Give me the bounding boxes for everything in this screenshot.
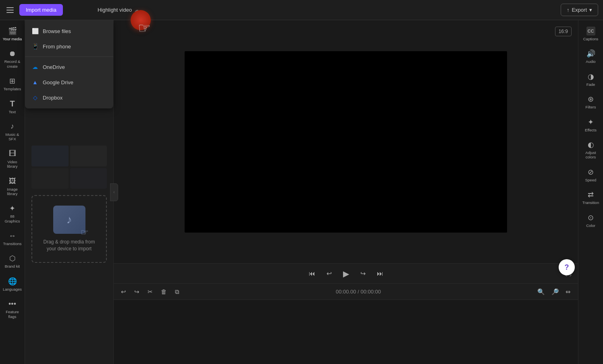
highlight-video-label: Highlight video bbox=[98, 7, 132, 13]
right-sidebar-label-fade: Fade bbox=[586, 82, 595, 87]
browse-files-item[interactable]: ⬜ Browse files bbox=[25, 23, 113, 39]
media-thumb-4 bbox=[70, 168, 107, 189]
drag-drop-area[interactable]: ♪ ☞ Drag & drop media from your device t… bbox=[31, 195, 107, 263]
import-media-button[interactable]: Import media bbox=[19, 4, 63, 16]
timeline-zoom-controls: 🔍 🔎 ⇔ bbox=[535, 287, 573, 297]
cut-button[interactable]: ✂ bbox=[145, 287, 155, 297]
media-thumb-1 bbox=[31, 146, 69, 166]
right-sidebar-label-color: Color bbox=[586, 223, 595, 228]
center-area: 16:9 ⏮ ↩ ▶ ↪ ⏭ ⛶ ↩ ↪ ✂ 🗑 ⧉ 00:00.00 / 00… bbox=[114, 20, 578, 364]
dropdown-divider bbox=[25, 56, 113, 57]
delete-button[interactable]: 🗑 bbox=[158, 287, 169, 297]
sidebar-label-languages: Languages bbox=[3, 287, 22, 291]
right-sidebar-label-filters: Filters bbox=[586, 105, 596, 109]
sidebar-label-graphics: 88 Graphics bbox=[3, 214, 22, 223]
right-sidebar-label-audio: Audio bbox=[586, 59, 595, 64]
export-button[interactable]: ↑ Export ▾ bbox=[561, 4, 598, 16]
media-panel: ⬜ Browse files 📱 From phone ☁ OneDrive ▲… bbox=[25, 20, 114, 364]
right-sidebar: CC Captions 🔊 Audio ◑ Fade ⊛ Filters ✦ E… bbox=[578, 20, 603, 364]
right-sidebar-item-effects[interactable]: ✦ Effects bbox=[580, 114, 602, 135]
right-sidebar-item-transition[interactable]: ⇄ Transition bbox=[580, 187, 602, 208]
right-sidebar-item-audio[interactable]: 🔊 Audio bbox=[580, 46, 602, 67]
fade-icon: ◑ bbox=[586, 72, 595, 81]
timeline-timecode: 00:00.00 / 00:00:00 bbox=[336, 289, 381, 295]
right-sidebar-item-color[interactable]: ⊙ Color bbox=[580, 210, 602, 231]
sidebar-item-templates[interactable]: ⊞ Templates bbox=[1, 73, 24, 94]
export-chevron-icon: ▾ bbox=[589, 7, 592, 13]
hand-cursor-icon: ☞ bbox=[81, 227, 89, 238]
sidebar-item-music-sfx[interactable]: ♪ Music & SFX bbox=[1, 119, 24, 145]
adjust-colors-icon: ◐ bbox=[586, 140, 595, 149]
right-sidebar-item-speed[interactable]: ⊘ Speed bbox=[580, 164, 602, 185]
skip-back-button[interactable]: ⏮ bbox=[306, 268, 318, 280]
dropbox-item[interactable]: ◇ Dropbox bbox=[25, 90, 113, 105]
duplicate-button[interactable]: ⧉ bbox=[173, 287, 182, 297]
browse-files-label: Browse files bbox=[43, 28, 71, 34]
effects-icon: ✦ bbox=[586, 118, 595, 127]
from-phone-item[interactable]: 📱 From phone bbox=[25, 39, 113, 54]
text-icon: T bbox=[8, 100, 17, 108]
timeline-toolbar: ↩ ↪ ✂ 🗑 ⧉ 00:00.00 / 00:00:00 🔍 🔎 ⇔ bbox=[114, 284, 578, 300]
onedrive-item[interactable]: ☁ OneDrive bbox=[25, 59, 113, 75]
topbar: Import media ☞ Highlight video ☁ ↑ Expor… bbox=[0, 0, 603, 20]
music-sfx-icon: ♪ bbox=[8, 122, 17, 131]
right-sidebar-label-transition: Transition bbox=[582, 200, 599, 205]
fit-timeline-button[interactable]: ⇔ bbox=[563, 287, 573, 297]
sidebar-item-brand-kit[interactable]: ⬡ Brand kit bbox=[1, 251, 24, 272]
sidebar-item-graphics[interactable]: ✦ 88 Graphics bbox=[1, 201, 24, 227]
menu-icon[interactable] bbox=[5, 4, 16, 16]
sidebar-label-feature-flags: Feature flags bbox=[3, 310, 22, 319]
sidebar-label-transitions: Transitions bbox=[3, 241, 21, 246]
sidebar-label-image-library: Image library bbox=[3, 187, 22, 196]
highlight-video-button[interactable]: Highlight video ☁ bbox=[94, 4, 143, 15]
right-sidebar-item-adjust-colors[interactable]: ◐ Adjust colors bbox=[580, 137, 602, 163]
filters-icon: ⊛ bbox=[586, 95, 595, 104]
sidebar-item-your-media[interactable]: 🎬 Your media bbox=[1, 23, 24, 44]
export-label: Export bbox=[572, 7, 587, 13]
play-button[interactable]: ▶ bbox=[341, 266, 351, 281]
skip-forward-button[interactable]: ⏭ bbox=[374, 268, 386, 280]
collapse-panel-button[interactable]: ‹ bbox=[110, 183, 118, 201]
dropbox-label: Dropbox bbox=[43, 95, 62, 101]
zoom-out-button[interactable]: 🔍 bbox=[535, 287, 547, 297]
record-create-icon: ⏺ bbox=[8, 49, 17, 58]
your-media-icon: 🎬 bbox=[8, 27, 17, 35]
undo-button[interactable]: ↩ bbox=[119, 287, 129, 297]
sidebar-item-feature-flags[interactable]: ••• Feature flags bbox=[1, 296, 24, 322]
sidebar-item-languages[interactable]: 🌐 Languages bbox=[1, 274, 24, 295]
sidebar-item-text[interactable]: T Text bbox=[1, 96, 24, 117]
transitions-icon: ↔ bbox=[8, 231, 17, 240]
preview-canvas bbox=[185, 51, 507, 233]
media-thumb-2 bbox=[70, 146, 107, 166]
graphics-icon: ✦ bbox=[8, 204, 17, 213]
sidebar-item-image-library[interactable]: 🖼 Image library bbox=[1, 174, 24, 200]
zoom-in-button[interactable]: 🔎 bbox=[549, 287, 561, 297]
aspect-ratio-badge[interactable]: 16:9 bbox=[555, 27, 572, 36]
onedrive-icon: ☁ bbox=[31, 63, 39, 71]
forward-button[interactable]: ↪ bbox=[358, 267, 368, 280]
from-phone-label: From phone bbox=[43, 44, 71, 50]
sidebar-item-transitions[interactable]: ↔ Transitions bbox=[1, 228, 24, 249]
templates-icon: ⊞ bbox=[8, 77, 17, 85]
help-button[interactable]: ? bbox=[559, 259, 575, 275]
playback-controls: ⏮ ↩ ▶ ↪ ⏭ ⛶ bbox=[114, 263, 578, 283]
sidebar-item-video-library[interactable]: 🎞 Video library bbox=[1, 146, 24, 172]
highlight-icon: ☁ bbox=[134, 7, 139, 13]
right-sidebar-item-filters[interactable]: ⊛ Filters bbox=[580, 92, 602, 112]
rewind-button[interactable]: ↩ bbox=[324, 267, 334, 280]
sidebar-label-music-sfx: Music & SFX bbox=[3, 132, 22, 141]
export-up-icon: ↑ bbox=[567, 7, 570, 13]
sidebar-item-record-create[interactable]: ⏺ Record & create bbox=[1, 46, 24, 72]
redo-button[interactable]: ↪ bbox=[132, 287, 142, 297]
right-sidebar-item-fade[interactable]: ◑ Fade bbox=[580, 69, 602, 90]
right-sidebar-label-captions: Captions bbox=[583, 37, 599, 41]
sidebar-label-your-media: Your media bbox=[3, 37, 22, 41]
google-drive-icon: ▲ bbox=[31, 79, 39, 86]
color-icon: ⊙ bbox=[586, 213, 595, 222]
sidebar-label-record-create: Record & create bbox=[3, 59, 22, 69]
import-dropdown: ⬜ Browse files 📱 From phone ☁ OneDrive ▲… bbox=[25, 20, 113, 108]
google-drive-item[interactable]: ▲ Google Drive bbox=[25, 75, 113, 90]
languages-icon: 🌐 bbox=[8, 277, 17, 286]
preview-container: 16:9 bbox=[114, 20, 578, 263]
right-sidebar-item-captions[interactable]: CC Captions bbox=[580, 23, 602, 44]
